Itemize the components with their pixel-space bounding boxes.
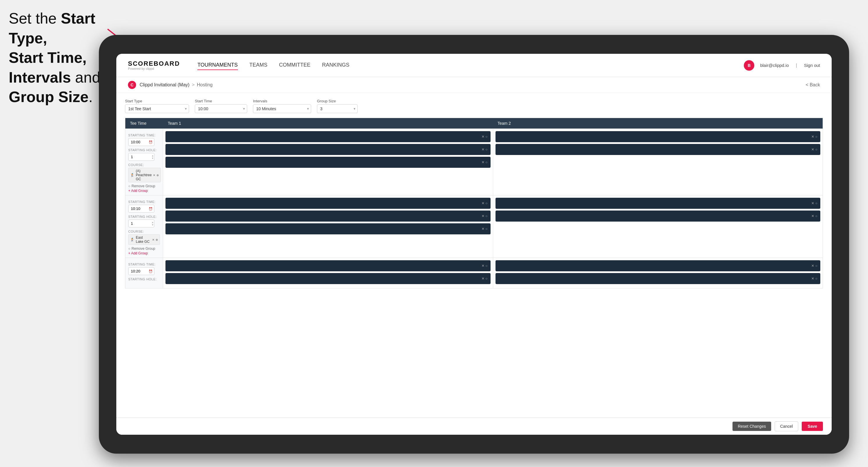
header-team1: Team 1 xyxy=(163,118,493,128)
course-value-r1: 🏌 (A) Peachtree GC ✕ ⊕ xyxy=(128,168,161,182)
sign-out-link[interactable]: Sign out xyxy=(804,63,820,68)
starting-hole-spinner-r1[interactable]: ▲ ▼ xyxy=(128,153,154,161)
table-header-row: Tee Time Team 1 Team 2 xyxy=(125,118,823,128)
group-size-select-wrapper[interactable]: 3 2 4 xyxy=(317,104,358,113)
start-time-select-wrapper[interactable]: 10:00 xyxy=(195,104,247,113)
group-block-t2r1s1: ✕ ○ xyxy=(496,131,820,142)
starting-time-input-r3[interactable] xyxy=(128,267,154,275)
group-close-t1r1s2[interactable]: ✕ ○ xyxy=(482,148,488,152)
add-group-link-r2[interactable]: + Add Group xyxy=(128,251,160,255)
course-remove-r2[interactable]: ✕ xyxy=(152,238,154,241)
group-block-t2r1s2: ✕ ○ xyxy=(496,144,820,155)
header-tee-time: Tee Time xyxy=(125,118,163,128)
spinner-up-r2[interactable]: ▲ xyxy=(152,221,154,223)
starting-hole-spinner-r2[interactable]: ▲ ▼ xyxy=(128,220,154,227)
nav-right: B blair@clippd.io | Sign out xyxy=(744,60,820,71)
back-button[interactable]: < Back xyxy=(806,82,820,88)
breadcrumb-separator: > xyxy=(192,82,194,88)
spinner-down-r2[interactable]: ▼ xyxy=(152,224,154,226)
group-size-select[interactable]: 3 2 4 xyxy=(317,104,358,113)
add-group-link-r1[interactable]: + Add Group xyxy=(128,189,160,193)
start-time-label: Start Time xyxy=(195,99,247,103)
group-close-t2r3s1[interactable]: ✕ ○ xyxy=(811,264,817,268)
course-name-r2: East Lake GC xyxy=(136,236,151,244)
start-type-label: Start Type xyxy=(125,99,189,103)
start-time-select[interactable]: 10:00 xyxy=(195,104,247,113)
starting-hole-input-r2[interactable] xyxy=(128,220,154,227)
nav-link-teams[interactable]: TEAMS xyxy=(249,61,268,70)
group-close-t2r1s1[interactable]: ✕ ○ xyxy=(811,135,817,139)
remove-group-link-r1[interactable]: ○ Remove Group xyxy=(128,184,160,188)
main-content: Start Type 1st Tee Start Shotgun Start S… xyxy=(116,93,832,417)
group-close-t2r3s2[interactable]: ✕ ○ xyxy=(811,277,817,281)
instruction-block: Set the Start Type, Start Time, Interval… xyxy=(9,9,102,107)
nav-link-tournaments[interactable]: TOURNAMENTS xyxy=(197,61,238,70)
intervals-select-wrapper[interactable]: 10 Minutes 5 Minutes 15 Minutes xyxy=(253,104,311,113)
controls-row: Start Type 1st Tee Start Shotgun Start S… xyxy=(125,99,823,113)
starting-time-input-wrapper-r1[interactable] xyxy=(128,138,154,146)
group-block-t2r2s2: ✕ ○ xyxy=(496,211,820,222)
group-block-t1r3s2: ✕ ○ xyxy=(165,273,491,284)
breadcrumb-current: Hosting xyxy=(197,82,213,88)
breadcrumb-icon: C xyxy=(128,81,136,89)
table-row: STARTING TIME: STARTING HOLE: ✕ ○ xyxy=(125,258,823,288)
course-label-r2: COURSE: xyxy=(128,230,160,233)
starting-time-input-r2[interactable] xyxy=(128,205,154,213)
group-close-t1r3s2[interactable]: ✕ ○ xyxy=(482,277,488,281)
group-close-t1r3s1[interactable]: ✕ ○ xyxy=(482,264,488,268)
start-type-select-wrapper[interactable]: 1st Tee Start Shotgun Start xyxy=(125,104,189,113)
group-block-t1r1extra: ✕ ○ xyxy=(165,157,491,168)
starting-time-label-r3: STARTING TIME: xyxy=(128,262,160,266)
reset-changes-button[interactable]: Reset Changes xyxy=(733,422,771,431)
course-expand-r1[interactable]: ⊕ xyxy=(156,174,159,177)
nav-links: TOURNAMENTS TEAMS COMMITTEE RANKINGS xyxy=(197,61,744,70)
starting-time-input-wrapper-r3[interactable] xyxy=(128,267,154,275)
starting-time-input-wrapper-r2[interactable] xyxy=(128,205,154,213)
intervals-group: Intervals 10 Minutes 5 Minutes 15 Minute… xyxy=(253,99,311,113)
group-close-t1r1s1[interactable]: ✕ ○ xyxy=(482,135,488,139)
group-close-t1r1extra[interactable]: ✕ ○ xyxy=(482,160,488,164)
spinner-btns-r2: ▲ ▼ xyxy=(152,221,154,226)
group-close-t1r2s1[interactable]: ✕ ○ xyxy=(482,201,488,205)
remove-icon-r2: ○ xyxy=(128,247,130,251)
nav-link-committee[interactable]: COMMITTEE xyxy=(279,61,311,70)
instruction-text: Set the Start Type, Start Time, Interval… xyxy=(9,10,100,105)
header-team2: Team 2 xyxy=(493,118,823,128)
cancel-button[interactable]: Cancel xyxy=(775,422,799,431)
course-expand-r2[interactable]: ⊕ xyxy=(156,238,158,241)
remove-group-link-r2[interactable]: ○ Remove Group xyxy=(128,247,160,251)
starting-time-label-r2: STARTING TIME: xyxy=(128,200,160,204)
group-block-t2r3s1: ✕ ○ xyxy=(496,260,820,271)
instruction-bold-start-type: Start Type, xyxy=(9,10,95,46)
intervals-select[interactable]: 10 Minutes 5 Minutes 15 Minutes xyxy=(253,104,311,113)
course-label-r1: COURSE: xyxy=(128,163,160,167)
breadcrumb-tournament[interactable]: Clippd Invitational (May) xyxy=(140,82,190,88)
course-icon-r1: 🏌 xyxy=(130,173,135,177)
nav-link-rankings[interactable]: RANKINGS xyxy=(322,61,349,70)
group-close-t2r2s1[interactable]: ✕ ○ xyxy=(811,201,817,205)
starting-hole-label-r1: STARTING HOLE: xyxy=(128,148,160,152)
tablet-frame: SCOREBOARD Powered by clippd TOURNAMENTS… xyxy=(99,35,849,454)
schedule-table: Tee Time Team 1 Team 2 STARTING TIME: ST… xyxy=(125,118,823,288)
group-close-t2r2s2[interactable]: ✕ ○ xyxy=(811,214,817,218)
spinner-down-r1[interactable]: ▼ xyxy=(152,157,154,159)
instruction-bold-intervals: Intervals xyxy=(9,69,71,86)
nav-separator: | xyxy=(796,63,797,68)
left-col-row3: STARTING TIME: STARTING HOLE: xyxy=(125,258,163,288)
group-block-t1r3s1: ✕ ○ xyxy=(165,260,491,271)
course-name-r1: (A) Peachtree GC xyxy=(136,169,152,181)
spinner-up-r1[interactable]: ▲ xyxy=(152,154,154,157)
group-close-t1r2s2[interactable]: ✕ ○ xyxy=(482,214,488,218)
remove-icon-r1: ○ xyxy=(128,184,130,188)
instruction-bold-start-time: Start Time, xyxy=(9,49,87,66)
group-close-t1r2extra[interactable]: ✕ ○ xyxy=(482,227,488,231)
save-button[interactable]: Save xyxy=(802,422,823,431)
starting-hole-input-r1[interactable] xyxy=(128,153,154,161)
left-col-row2: STARTING TIME: STARTING HOLE: ▲ ▼ xyxy=(125,195,163,258)
course-remove-r1[interactable]: ✕ xyxy=(153,174,155,177)
links-row-r1: ○ Remove Group + Add Group xyxy=(128,184,160,193)
starting-time-input-r1[interactable] xyxy=(128,138,154,146)
start-type-select[interactable]: 1st Tee Start Shotgun Start xyxy=(125,104,189,113)
group-close-t2r1s2[interactable]: ✕ ○ xyxy=(811,148,817,152)
user-avatar: B xyxy=(744,60,754,71)
